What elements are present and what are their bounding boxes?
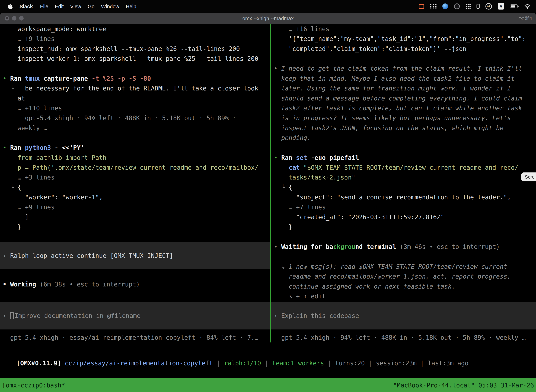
input-source-icon[interactable]: A — [498, 3, 504, 9]
prompt-chevron: › — [274, 312, 281, 319]
tmux-status-bar: [omx-cczip0:bash* "MacBook-Pro-44.local"… — [0, 378, 536, 392]
minimize-button[interactable]: − — [12, 16, 16, 20]
menu-items: FileEditViewGoWindowHelp — [40, 3, 143, 9]
blank-line — [0, 289, 270, 299]
terminal-line: at — [0, 93, 270, 103]
thinking-line: inspect task2's JSON, focusing on the st… — [271, 123, 536, 133]
menu-go[interactable]: Go — [88, 3, 95, 9]
terminal-line: from pathlib import Path — [0, 153, 270, 163]
keyboard-layout-icon[interactable] — [430, 4, 436, 9]
blue-app-icon[interactable] — [442, 3, 448, 9]
dark-circle-icon[interactable] — [454, 3, 460, 9]
thinking-line: • I need to get the claim token from the… — [271, 64, 536, 73]
tmux-session-label: [omx-cczip0:bash* — [2, 382, 65, 389]
menu-file[interactable]: File — [40, 3, 48, 9]
blank-line — [0, 232, 270, 242]
prompt-input-right[interactable]: › Explain this codebase — [271, 302, 536, 329]
omx-status-bar: [OMX#0.11.9] cczip/essay/ai-reimplementa… — [0, 342, 536, 378]
terminal-line: } — [271, 222, 536, 232]
blank-line — [271, 252, 536, 261]
app-grid-icon[interactable] — [466, 4, 471, 9]
window-titlebar[interactable]: × − omx --xhigh --madmax ⌥⌘1 — [0, 13, 536, 24]
window-shortcut-hint: ⌥⌘1 — [519, 15, 533, 21]
thinking-line: is in progress? It seems likely but perh… — [271, 113, 536, 123]
menu-view[interactable]: View — [70, 3, 81, 9]
mailbox-msg-line: continue assigned work or next feasible … — [271, 281, 536, 291]
mailbox-msg-line: ↳ 1 new msg(s): read $OMX_TEAM_STATE_ROO… — [271, 261, 536, 271]
terminal-area: workspace_mode: worktree … +9 lines insp… — [0, 24, 536, 342]
battery-icon[interactable] — [510, 5, 519, 8]
terminal-line: ] — [0, 212, 270, 222]
prompt-input-left[interactable]: › Improve documentation in @filename — [0, 302, 270, 329]
menu-bar: Slack FileEditViewGoWindowHelp 61A — [0, 0, 536, 13]
injected-prompt-line: › Ralph loop active continue [OMX_TMUX_I… — [0, 242, 270, 269]
apple-icon[interactable] — [8, 3, 13, 9]
terminal-line: "completed","claim_token":"claim-token"}… — [271, 44, 536, 54]
terminal-line: "worker": "worker-1", — [0, 192, 270, 202]
command-line: • Ran python3 - <<'PY' — [0, 143, 270, 153]
menu-help[interactable]: Help — [126, 3, 136, 9]
tmux-host-clock: "MacBook-Pro-44.local" 05:03 31-Mar-26 — [393, 382, 534, 389]
command-line: • Ran set -euo pipefail — [271, 153, 536, 163]
terminal-line: workspace_mode: worktree — [0, 24, 270, 34]
terminal-line: tasks/task-2.json" — [271, 173, 536, 182]
terminal-line: gpt-5.4 xhigh · 94% left · 488K in · 5.1… — [0, 113, 270, 123]
right-pane: … +16 lines '{"team_name":"my-team","tas… — [271, 24, 536, 342]
menu-window[interactable]: Window — [101, 3, 119, 9]
omx-status-line: [OMX#0.11.9] cczip/essay/ai-reimplementa… — [17, 359, 469, 367]
terminal-line: └ be necessary for the end of the README… — [0, 83, 270, 93]
terminal-line: … +7 lines — [271, 202, 536, 212]
zoom-button[interactable] — [19, 16, 24, 20]
thinking-line: keep that in mind. Maybe I also need the… — [271, 73, 536, 83]
screen-recording-indicator[interactable] — [419, 4, 424, 9]
terminal-line: └ { — [0, 182, 270, 192]
terminal-line: "subject": "send a concise recommendatio… — [271, 192, 536, 202]
blank-line — [0, 133, 270, 143]
traffic-lights: × − — [5, 16, 24, 20]
narrow-app-icon[interactable] — [477, 4, 479, 9]
terminal-line: inspect_worker-1: omx sparkshell --tmux-… — [0, 54, 270, 63]
terminal-line: └ { — [271, 182, 536, 192]
terminal-line: weekly … — [0, 123, 270, 133]
prompt-chevron: › — [3, 312, 10, 319]
working-status-line: • Working (6m 38s • esc to interrupt) — [0, 279, 270, 289]
command-line: • Ran tmux capture-pane -t %25 -p -S -80 — [0, 73, 270, 83]
terminal-line: … +9 lines — [0, 34, 270, 44]
thinking-line: task2 after task1 is complete, but can I… — [271, 103, 536, 113]
terminal-line: "created_at": "2026-03-31T11:59:27.816Z" — [271, 212, 536, 222]
thinking-line: should send a message before completing … — [271, 93, 536, 103]
thinking-line: pending. — [271, 133, 536, 143]
terminal-line: } — [0, 222, 270, 232]
menu-edit[interactable]: Edit — [55, 3, 64, 9]
menu-status-icons: 61A — [419, 3, 531, 9]
active-app-name[interactable]: Slack — [19, 3, 33, 9]
terminal-line: … +110 lines — [0, 103, 270, 113]
right-pane-status: gpt-5.4 xhigh · 94% left · 488K in · 5.1… — [271, 330, 536, 342]
left-pane-status: gpt-5.4 xhigh · essay/ai-reimplementatio… — [0, 330, 270, 342]
terminal-line: … +3 lines — [0, 173, 270, 182]
blank-line — [271, 54, 536, 63]
thinking-line: later. Using the same for transition mig… — [271, 83, 536, 93]
window-title: omx --xhigh --madmax — [242, 15, 294, 21]
terminal-line: … +16 lines — [271, 24, 536, 34]
waiting-status-line: • Waiting for background terminal (3m 46… — [271, 242, 536, 252]
terminal-line: … +9 lines — [0, 202, 270, 212]
terminal-line: cat "$OMX_TEAM_STATE_ROOT/team/review-cu… — [271, 163, 536, 172]
gauge-icon[interactable]: 61 — [485, 3, 492, 9]
left-pane-content: workspace_mode: worktree … +9 lines insp… — [0, 24, 270, 302]
terminal-line: inspect_hud: omx sparkshell --tmux-pane … — [0, 44, 270, 54]
left-pane: workspace_mode: worktree … +9 lines insp… — [0, 24, 270, 342]
screen: Slack FileEditViewGoWindowHelp 61A × − o… — [0, 0, 536, 392]
prompt-placeholder: Explain this codebase — [281, 312, 359, 319]
terminal-line: p = Path('.omx/state/team/review-current… — [0, 163, 270, 172]
text-cursor — [10, 313, 14, 319]
blank-line — [271, 143, 536, 153]
blank-line — [0, 64, 270, 73]
blank-line — [0, 269, 270, 279]
terminal-line: '{"team_name":"my-team","task_id":"1","f… — [271, 34, 536, 44]
right-pane-content: … +16 lines '{"team_name":"my-team","tas… — [271, 24, 536, 302]
blank-line — [271, 232, 536, 242]
screen-capture-overlay[interactable]: Scre — [522, 173, 536, 182]
wifi-icon[interactable] — [524, 4, 531, 9]
close-button[interactable]: × — [5, 16, 9, 20]
